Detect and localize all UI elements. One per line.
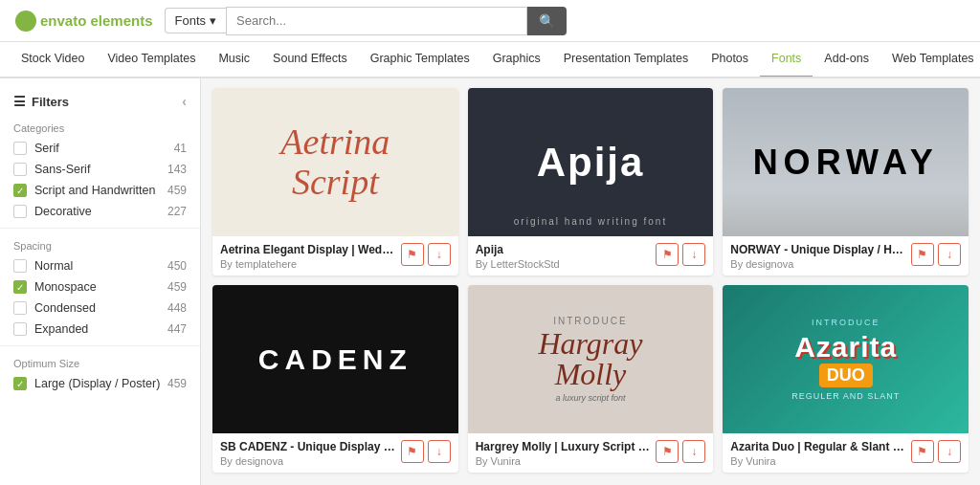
filter-decorative-count: 227 xyxy=(167,205,187,218)
nav-item-video-templates[interactable]: Video Templates xyxy=(96,42,207,77)
nav-item-stock-video[interactable]: Stock Video xyxy=(10,42,96,77)
search-button[interactable]: 🔍 xyxy=(527,7,567,35)
filter-serif-count: 41 xyxy=(174,142,187,155)
search-category-label: Fonts xyxy=(175,13,207,28)
filter-normal-checkbox[interactable] xyxy=(13,259,27,273)
nav-item-music[interactable]: Music xyxy=(207,42,261,77)
filter-decorative[interactable]: Decorative 227 xyxy=(0,201,200,222)
card-azarita-introduce: INTRODUCE xyxy=(728,318,963,327)
card-hargray-download-button[interactable]: ↓ xyxy=(682,440,705,463)
section-label-spacing: Spacing xyxy=(0,234,200,255)
nav-item-photos[interactable]: Photos xyxy=(700,42,760,77)
card-norway-actions: ⚑ ↓ xyxy=(911,243,961,266)
card-azarita-bookmark-button[interactable]: ⚑ xyxy=(911,440,934,463)
filter-large-display-count: 459 xyxy=(167,377,187,390)
card-aetrina-bookmark-button[interactable]: ⚑ xyxy=(401,243,424,266)
card-norway-bookmark-button[interactable]: ⚑ xyxy=(911,243,934,266)
card-cadenz-image: CADENZ xyxy=(212,285,458,433)
filter-condensed-checkbox[interactable] xyxy=(13,301,27,315)
card-apija-download-button[interactable]: ↓ xyxy=(682,243,705,266)
card-hargray-actions: ⚑ ↓ xyxy=(656,440,705,463)
card-aetrina-download-button[interactable]: ↓ xyxy=(428,243,451,266)
logo-text: envato elements xyxy=(40,12,153,29)
card-apija-sub: original hand writing font xyxy=(468,216,714,227)
nav-item-presentation-templates[interactable]: Presentation Templates xyxy=(552,42,700,77)
card-hargray-preview-wrap: INTRODUCE HargrayMolly a luxury script f… xyxy=(530,308,650,410)
filter-normal-count: 450 xyxy=(167,259,187,273)
card-aetrina-image: AetrinaScript xyxy=(212,88,458,236)
filter-large-display-label: Large (Display / Poster) xyxy=(34,377,164,390)
filter-expanded[interactable]: Expanded 447 xyxy=(0,319,200,340)
filter-condensed-label: Condensed xyxy=(34,301,164,315)
card-hargray-bookmark-button[interactable]: ⚑ xyxy=(656,440,679,463)
filter-condensed[interactable]: Condensed 448 xyxy=(0,298,200,319)
card-aetrina-info: Aetrina Elegant Display | Wedding F... B… xyxy=(212,236,458,276)
collapse-sidebar-button[interactable]: ‹ xyxy=(182,94,187,109)
norway-mountain-bg xyxy=(723,188,969,236)
filter-large-display[interactable]: ✓ Large (Display / Poster) 459 xyxy=(0,373,200,394)
filter-decorative-checkbox[interactable] xyxy=(13,205,27,218)
card-apija-preview: Apija xyxy=(537,140,645,186)
main-nav: Stock Video Video Templates Music Sound … xyxy=(0,42,980,78)
filter-sans-serif-checkbox[interactable] xyxy=(13,163,27,176)
filter-script[interactable]: ✓ Script and Handwritten 459 xyxy=(0,180,200,201)
search-input[interactable] xyxy=(226,7,526,35)
filter-sans-serif[interactable]: Sans-Serif 143 xyxy=(0,159,200,180)
filter-expanded-label: Expanded xyxy=(34,322,164,336)
filter-serif[interactable]: Serif 41 xyxy=(0,138,200,159)
card-hargray-sub: a luxury script font xyxy=(538,393,642,403)
card-cadenz-text: SB CADENZ - Unique Display / Logo... By … xyxy=(220,440,397,467)
card-apija-bookmark-button[interactable]: ⚑ xyxy=(656,243,679,266)
card-azarita-tagline: REGULER AND SLANT xyxy=(728,391,963,401)
search-category-dropdown[interactable]: Fonts ▾ xyxy=(165,8,227,33)
filter-monospace-label: Monospace xyxy=(34,280,164,294)
card-apija-author: By LetterStockStd xyxy=(476,258,653,270)
filter-sans-serif-label: Sans-Serif xyxy=(34,163,164,176)
filter-icon: ☰ xyxy=(13,94,26,109)
card-cadenz-bookmark-button[interactable]: ⚑ xyxy=(401,440,424,463)
nav-item-web-templates[interactable]: Web Templates xyxy=(880,42,980,77)
filter-sans-serif-count: 143 xyxy=(167,163,187,176)
filter-normal[interactable]: Normal 450 xyxy=(0,255,200,276)
card-cadenz-preview: CADENZ xyxy=(258,343,412,376)
card-azarita-title: Azarita Duo | Regular & Slant Font xyxy=(730,440,907,453)
section-label-optimum-size: Optimum Size xyxy=(0,352,200,373)
filter-expanded-count: 447 xyxy=(167,322,187,336)
card-cadenz-author: By designova xyxy=(220,455,397,467)
filters-label-wrap: ☰ Filters xyxy=(13,94,69,109)
filter-script-label: Script and Handwritten xyxy=(34,184,164,197)
filter-serif-checkbox[interactable] xyxy=(13,142,27,155)
card-apija: Apija original hand writing font Apija B… xyxy=(468,88,714,276)
filters-label: Filters xyxy=(32,95,69,109)
card-hargray-image: INTRODUCE HargrayMolly a luxury script f… xyxy=(468,285,714,433)
filter-monospace-checkbox[interactable]: ✓ xyxy=(13,280,27,294)
header: envato elements Fonts ▾ 🔍 xyxy=(0,0,980,42)
card-azarita-download-button[interactable]: ↓ xyxy=(938,440,961,463)
logo-icon xyxy=(15,11,36,32)
nav-item-sound-effects[interactable]: Sound Effects xyxy=(261,42,359,77)
card-hargray-author: By Vunira xyxy=(476,455,653,467)
main-layout: ☰ Filters ‹ Categories Serif 41 Sans-Ser… xyxy=(0,78,980,485)
filter-normal-label: Normal xyxy=(34,259,164,273)
card-apija-actions: ⚑ ↓ xyxy=(656,243,705,266)
card-norway-preview: NORWAY xyxy=(753,143,939,183)
card-norway-title: NORWAY - Unique Display / Headlin... xyxy=(730,243,907,256)
card-cadenz-info: SB CADENZ - Unique Display / Logo... By … xyxy=(212,433,458,473)
sidebar: ☰ Filters ‹ Categories Serif 41 Sans-Ser… xyxy=(0,78,201,485)
filter-large-display-checkbox[interactable]: ✓ xyxy=(13,377,27,390)
logo[interactable]: envato elements xyxy=(15,11,153,32)
card-cadenz-title: SB CADENZ - Unique Display / Logo... xyxy=(220,440,397,453)
filter-monospace[interactable]: ✓ Monospace 459 xyxy=(0,276,200,298)
card-azarita-preview-wrap: INTRODUCE Azarita DUO REGULER AND SLANT xyxy=(723,312,969,407)
nav-item-fonts[interactable]: Fonts xyxy=(760,42,813,77)
filter-script-checkbox[interactable]: ✓ xyxy=(13,184,27,197)
card-cadenz-download-button[interactable]: ↓ xyxy=(428,440,451,463)
nav-item-graphic-templates[interactable]: Graphic Templates xyxy=(359,42,481,77)
nav-item-graphics[interactable]: Graphics xyxy=(481,42,552,77)
card-norway-download-button[interactable]: ↓ xyxy=(938,243,961,266)
sidebar-header: ☰ Filters ‹ xyxy=(0,88,200,117)
card-norway-text: NORWAY - Unique Display / Headlin... By … xyxy=(730,243,907,270)
filter-expanded-checkbox[interactable] xyxy=(13,322,27,336)
nav-item-addons[interactable]: Add-ons xyxy=(813,42,880,77)
card-apija-info: Apija By LetterStockStd ⚑ ↓ xyxy=(468,236,714,276)
